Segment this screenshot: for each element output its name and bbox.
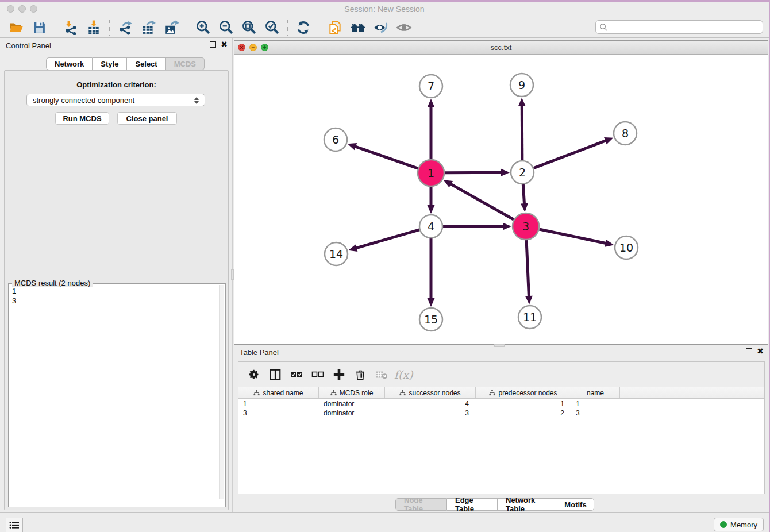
graph-node-label-3: 3 xyxy=(522,220,529,233)
memory-button[interactable]: Memory xyxy=(714,518,764,531)
tab-edge-table[interactable]: Edge Table xyxy=(447,498,498,511)
graph-node-label-9: 9 xyxy=(518,79,525,91)
graph-edge-2-3[interactable] xyxy=(523,184,524,205)
graph-node-label-8: 8 xyxy=(622,127,629,140)
tab-node-table[interactable]: Node Table xyxy=(395,498,447,511)
tab-select[interactable]: Select xyxy=(127,57,165,70)
show-column-icon[interactable] xyxy=(267,366,284,383)
graph-edge-4-14[interactable] xyxy=(356,230,419,248)
delete-row-icon[interactable] xyxy=(352,366,369,383)
table-panel-header: Table Panel ✖ xyxy=(234,345,768,360)
cell-mcds-role[interactable]: dominator xyxy=(319,399,385,408)
export-table-icon[interactable] xyxy=(138,19,158,36)
cell-predecessor-nodes[interactable]: 2 xyxy=(476,408,571,418)
run-mcds-button[interactable]: Run MCDS xyxy=(55,112,109,125)
close-panel-icon[interactable]: ✖ xyxy=(221,41,228,48)
hide-panels-icon[interactable] xyxy=(371,19,391,36)
search-input[interactable] xyxy=(608,23,763,32)
graph-edge-3-10[interactable] xyxy=(539,229,606,244)
zoom-out-icon[interactable] xyxy=(216,19,236,36)
graph-edge-1-2[interactable] xyxy=(445,172,502,173)
column-label: predecessor nodes xyxy=(498,389,557,397)
table-settings-icon[interactable] xyxy=(245,366,263,383)
graph-edge-1-6[interactable] xyxy=(355,147,418,169)
delete-table-icon[interactable] xyxy=(373,366,390,383)
import-network-icon[interactable] xyxy=(61,19,80,36)
cell-shared-name[interactable]: 3 xyxy=(238,408,319,418)
cell-name[interactable]: 3 xyxy=(571,408,620,418)
tab-network-table[interactable]: Network Table xyxy=(498,498,557,511)
network-window-titlebar[interactable]: ✕ − + scc.txt xyxy=(234,41,768,55)
network-home-icon[interactable] xyxy=(348,19,368,36)
application-window: Session: New Session xyxy=(0,0,770,532)
clone-network-icon[interactable] xyxy=(325,19,345,36)
tab-motifs[interactable]: Motifs xyxy=(557,498,594,511)
column-header-successor-nodes[interactable]: successor nodes xyxy=(385,387,476,398)
column-header-predecessor-nodes[interactable]: predecessor nodes xyxy=(476,387,571,398)
zoom-fit-icon[interactable] xyxy=(239,19,259,36)
select-stepper-icon xyxy=(193,96,200,105)
zoom-selected-icon[interactable] xyxy=(262,19,282,36)
close-table-panel-icon[interactable]: ✖ xyxy=(757,348,764,354)
network-view-window: ✕ − + scc.txt 1234678910111415 xyxy=(234,40,768,345)
column-label: name xyxy=(587,389,604,397)
graph-edge-arrowhead xyxy=(525,296,533,304)
apply-layout-icon[interactable] xyxy=(294,19,313,36)
table-row[interactable]: 1 dominator 4 1 1 xyxy=(238,399,764,408)
search-icon xyxy=(599,23,608,32)
column-header-filler xyxy=(620,387,764,398)
mcds-panel: Optimization criterion: strongly connect… xyxy=(4,70,229,510)
select-all-icon[interactable] xyxy=(288,366,305,383)
toolbar-separator xyxy=(187,20,187,36)
graph-edge-arrowhead xyxy=(604,137,613,144)
column-header-name[interactable]: name xyxy=(571,387,620,398)
network-graph[interactable]: 1234678910111415 xyxy=(234,55,768,344)
add-row-icon[interactable] xyxy=(330,366,348,383)
cell-name[interactable]: 1 xyxy=(571,399,620,408)
cell-mcds-role[interactable]: dominator xyxy=(319,408,385,418)
export-image-icon[interactable] xyxy=(161,19,181,36)
tab-style[interactable]: Style xyxy=(93,57,127,70)
main-toolbar xyxy=(0,17,769,38)
control-panel-tabs: Network Style Select MCDS xyxy=(46,57,205,70)
float-panel-icon[interactable] xyxy=(210,41,216,48)
graph-node-label-2: 2 xyxy=(519,166,526,179)
control-panel: Control Panel ✖ Network Style Select MCD… xyxy=(0,38,232,512)
graph-edge-2-8[interactable] xyxy=(534,140,607,168)
import-table-icon[interactable] xyxy=(84,19,103,36)
column-type-icon xyxy=(330,390,337,396)
deselect-all-icon[interactable] xyxy=(309,366,326,383)
function-builder-icon[interactable]: f(x) xyxy=(394,366,413,383)
save-session-icon[interactable] xyxy=(29,19,49,36)
control-panel-title: Control Panel xyxy=(6,41,51,50)
cell-successor-nodes[interactable]: 4 xyxy=(385,399,476,408)
graph-edge-arrowhead xyxy=(501,169,510,176)
mcds-result-text[interactable]: 1 3 xyxy=(10,286,16,306)
graph-node-label-15: 15 xyxy=(424,313,438,326)
zoom-in-icon[interactable] xyxy=(193,19,213,36)
result-scrollbar[interactable] xyxy=(219,285,224,499)
graph-edge-3-11[interactable] xyxy=(526,240,529,297)
table-row[interactable]: 3 dominator 3 2 3 xyxy=(238,408,764,418)
tab-network[interactable]: Network xyxy=(46,57,93,70)
export-network-icon[interactable] xyxy=(116,19,135,36)
tab-mcds[interactable]: MCDS xyxy=(166,57,205,70)
column-header-mcds-role[interactable]: MCDS role xyxy=(319,387,385,398)
cell-predecessor-nodes[interactable]: 1 xyxy=(476,399,571,408)
show-panels-list-button[interactable] xyxy=(6,518,23,532)
close-panel-button[interactable]: Close panel xyxy=(117,112,177,125)
cell-successor-nodes[interactable]: 3 xyxy=(385,408,476,418)
network-canvas[interactable]: 1234678910111415 xyxy=(234,55,768,344)
float-table-panel-icon[interactable] xyxy=(746,348,752,354)
graph-edge-arrowhead xyxy=(348,244,357,251)
open-session-icon[interactable] xyxy=(6,19,26,36)
cell-shared-name[interactable]: 1 xyxy=(238,399,319,408)
graph-edge-3-1[interactable] xyxy=(450,184,514,220)
horizontal-splitter-grip[interactable] xyxy=(231,269,234,280)
graph-edge-2-9[interactable] xyxy=(522,105,522,160)
column-header-shared-name[interactable]: shared name xyxy=(238,387,319,398)
search-box[interactable] xyxy=(595,20,763,34)
optimization-criterion-select[interactable]: strongly connected component xyxy=(26,94,205,106)
graph-node-label-4: 4 xyxy=(428,220,434,233)
show-graphics-details-icon[interactable] xyxy=(394,19,414,36)
